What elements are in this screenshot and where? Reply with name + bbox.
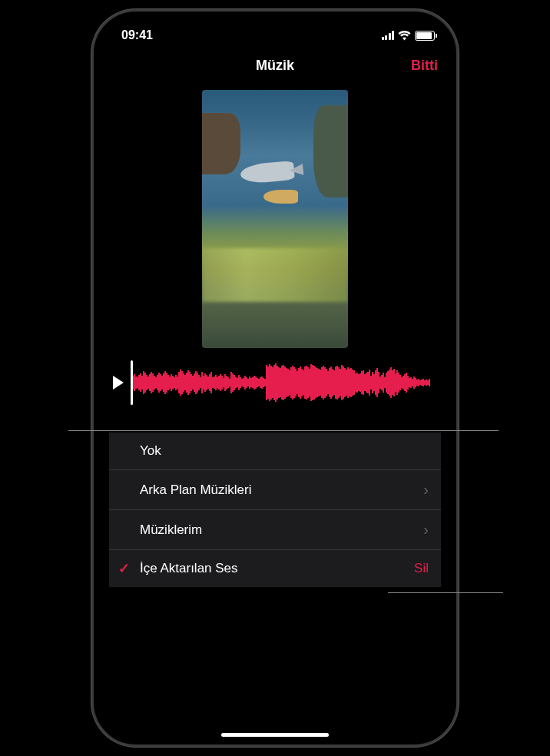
video-preview-thumbnail[interactable]: [202, 90, 348, 348]
option-none[interactable]: Yok: [109, 433, 441, 470]
annotation-line: [388, 592, 503, 593]
battery-icon: [415, 31, 435, 41]
page-title: Müzik: [256, 58, 294, 74]
cellular-signal-icon: [382, 31, 395, 40]
annotation-line: [68, 430, 499, 431]
video-preview-area: [109, 82, 441, 362]
option-label: Yok: [140, 443, 429, 459]
status-time: 09:41: [121, 28, 153, 42]
audio-waveform[interactable]: [131, 362, 441, 403]
navigation-bar: Müzik Bitti: [94, 48, 456, 82]
chevron-right-icon: ›: [423, 481, 429, 499]
option-soundtracks[interactable]: Arka Plan Müzikleri ›: [109, 470, 441, 510]
checkmark-icon: ✓: [118, 560, 130, 577]
chevron-right-icon: ›: [423, 521, 429, 539]
notch: [198, 12, 352, 36]
delete-button[interactable]: Sil: [414, 561, 429, 576]
playhead-indicator[interactable]: [131, 360, 133, 405]
option-label: Arka Plan Müzikleri: [140, 482, 423, 498]
wifi-icon: [398, 31, 411, 41]
music-options-list: Yok Arka Plan Müzikleri › Müziklerim › ✓…: [109, 433, 441, 587]
option-my-music[interactable]: Müziklerim ›: [109, 510, 441, 550]
play-icon: [113, 376, 124, 390]
play-button[interactable]: [109, 373, 128, 392]
option-imported-audio[interactable]: ✓ İçe Aktarılan Ses Sil: [109, 550, 441, 587]
phone-frame: 09:41 Müzik Bitti: [91, 9, 459, 747]
option-label: Müziklerim: [140, 522, 423, 538]
option-label: İçe Aktarılan Ses: [140, 561, 414, 576]
audio-waveform-row: [109, 362, 441, 403]
waveform-bar: [429, 379, 430, 386]
home-indicator[interactable]: [221, 733, 329, 737]
done-button[interactable]: Bitti: [411, 58, 438, 74]
status-indicators: [382, 31, 436, 41]
